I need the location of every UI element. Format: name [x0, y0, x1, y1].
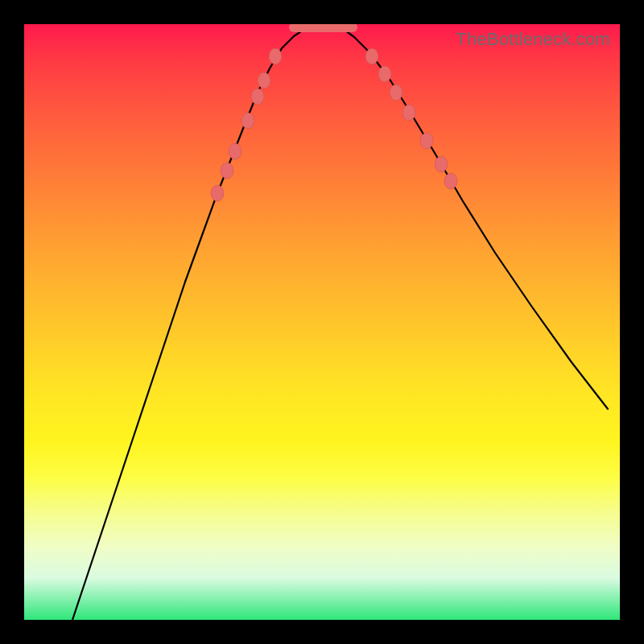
curve-marker	[365, 48, 378, 64]
plot-area: TheBottleneck.com	[24, 24, 620, 620]
curve-marker	[251, 89, 264, 105]
marker-group-right	[365, 48, 457, 189]
marker-group-left	[211, 48, 282, 201]
curve-marker	[211, 185, 224, 201]
curve-marker	[402, 105, 415, 121]
curve-marker	[390, 85, 402, 101]
curve-marker	[258, 72, 270, 89]
curve-marker	[229, 143, 242, 159]
curve-svg	[24, 24, 620, 620]
curve-marker	[420, 133, 433, 149]
curve-marker	[444, 173, 457, 189]
curve-marker	[269, 48, 282, 64]
curve-marker	[378, 66, 391, 82]
chart-frame: TheBottleneck.com	[0, 0, 644, 644]
curve-marker	[221, 163, 233, 179]
curve-marker	[435, 156, 448, 172]
curve-marker	[242, 113, 254, 129]
bottleneck-curve	[72, 26, 608, 620]
